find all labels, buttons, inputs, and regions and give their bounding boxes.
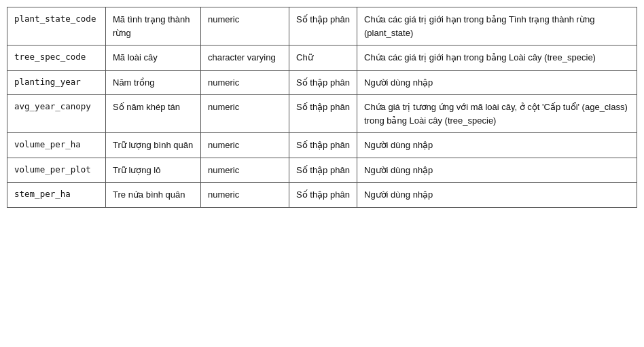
cell-row6-col4: Người dùng nhập bbox=[357, 183, 637, 208]
data-table: plant_state_codeMã tình trạng thành rừng… bbox=[7, 7, 637, 208]
cell-row3-col0: avg_year_canopy bbox=[7, 95, 106, 133]
cell-row5-col3: Số thập phân bbox=[289, 158, 357, 183]
table-row: avg_year_canopySố năm khép tánnumericSố … bbox=[7, 95, 637, 133]
cell-row5-col4: Người dùng nhập bbox=[357, 158, 637, 183]
cell-row1-col4: Chứa các giá trị giới hạn trong bảng Loà… bbox=[357, 45, 637, 71]
cell-row3-col1: Số năm khép tán bbox=[106, 95, 201, 133]
table-row: tree_spec_codeMã loài câycharacter varyi… bbox=[7, 45, 637, 71]
cell-row2-col2: numeric bbox=[201, 70, 289, 95]
cell-row1-col2: character varying bbox=[201, 45, 289, 71]
cell-row0-col1: Mã tình trạng thành rừng bbox=[106, 7, 201, 45]
cell-row2-col1: Năm trồng bbox=[106, 70, 201, 95]
cell-row4-col0: volume_per_ha bbox=[7, 133, 106, 158]
cell-row2-col4: Người dùng nhập bbox=[357, 70, 637, 95]
cell-row1-col1: Mã loài cây bbox=[106, 45, 201, 71]
cell-row5-col2: numeric bbox=[201, 158, 289, 183]
cell-row1-col0: tree_spec_code bbox=[7, 45, 106, 71]
cell-row0-col2: numeric bbox=[201, 7, 289, 45]
cell-row4-col1: Trữ lượng bình quân bbox=[106, 133, 201, 158]
cell-row6-col3: Số thập phân bbox=[289, 183, 357, 208]
cell-row4-col3: Số thập phân bbox=[289, 133, 357, 158]
cell-row6-col0: stem_per_ha bbox=[7, 183, 106, 208]
table-row: planting_yearNăm trồngnumericSố thập phâ… bbox=[7, 70, 637, 95]
cell-row5-col0: volume_per_plot bbox=[7, 158, 106, 183]
table-row: volume_per_haTrữ lượng bình quânnumericS… bbox=[7, 133, 637, 158]
cell-row3-col3: Số thập phân bbox=[289, 95, 357, 133]
cell-row4-col2: numeric bbox=[201, 133, 289, 158]
cell-row0-col4: Chứa các giá trị giới hạn trong bảng Tìn… bbox=[357, 7, 637, 45]
cell-row0-col0: plant_state_code bbox=[7, 7, 106, 45]
table-wrapper: plant_state_codeMã tình trạng thành rừng… bbox=[7, 7, 637, 208]
table-row: stem_per_haTre nứa bình quânnumericSố th… bbox=[7, 183, 637, 208]
cell-row0-col3: Số thập phân bbox=[289, 7, 357, 45]
cell-row6-col1: Tre nứa bình quân bbox=[106, 183, 201, 208]
cell-row2-col0: planting_year bbox=[7, 70, 106, 95]
cell-row4-col4: Người dùng nhập bbox=[357, 133, 637, 158]
cell-row5-col1: Trữ lượng lô bbox=[106, 158, 201, 183]
cell-row1-col3: Chữ bbox=[289, 45, 357, 71]
cell-row3-col2: numeric bbox=[201, 95, 289, 133]
cell-row2-col3: Số thập phân bbox=[289, 70, 357, 95]
table-row: plant_state_codeMã tình trạng thành rừng… bbox=[7, 7, 637, 45]
table-row: volume_per_plotTrữ lượng lônumericSố thậ… bbox=[7, 158, 637, 183]
cell-row3-col4: Chứa giá trị tương ứng với mã loài cây, … bbox=[357, 95, 637, 133]
cell-row6-col2: numeric bbox=[201, 183, 289, 208]
